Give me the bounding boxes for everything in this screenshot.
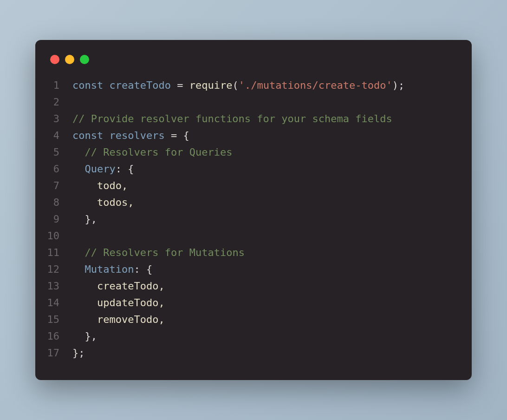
code-line[interactable]: 2 <box>46 94 461 111</box>
token-punct: ( <box>232 79 238 91</box>
token-func: require <box>189 79 233 91</box>
code-content[interactable]: const resolvers = { <box>72 127 461 144</box>
token-prop: Query <box>85 163 116 175</box>
code-line[interactable]: 7 todo, <box>46 177 461 194</box>
token-ident: todo, <box>72 180 128 191</box>
code-line[interactable]: 17}; <box>46 345 461 361</box>
code-line[interactable]: 3// Provide resolver functions for your … <box>46 111 461 127</box>
line-number: 2 <box>46 94 72 111</box>
line-number: 16 <box>46 328 72 345</box>
line-number: 12 <box>46 261 72 278</box>
token-punct: { <box>177 130 189 141</box>
token-op: = <box>171 130 177 141</box>
token-ident: todos, <box>72 197 134 208</box>
token-punct <box>72 263 85 275</box>
line-number: 3 <box>46 111 72 127</box>
code-content[interactable]: Query: { <box>72 161 461 177</box>
code-content[interactable]: }; <box>72 345 461 361</box>
code-content[interactable]: todos, <box>72 194 461 211</box>
token-prop: Mutation <box>85 263 134 275</box>
code-line[interactable]: 13 createTodo, <box>46 278 461 295</box>
code-content[interactable]: }, <box>72 211 461 228</box>
code-line[interactable]: 5 // Resolvers for Queries <box>46 144 461 161</box>
code-line[interactable]: 14 updateTodo, <box>46 295 461 311</box>
code-content[interactable]: Mutation: { <box>72 261 461 278</box>
code-content[interactable]: }, <box>72 328 461 345</box>
code-content[interactable]: const createTodo = require('./mutations/… <box>72 77 461 94</box>
line-number: 15 <box>46 311 72 328</box>
code-content[interactable]: // Resolvers for Queries <box>72 144 461 161</box>
line-number: 4 <box>46 127 72 144</box>
token-keyword: const <box>72 79 109 91</box>
token-punct <box>171 79 177 91</box>
token-string: './mutations/create-todo' <box>239 79 392 91</box>
code-line[interactable]: 4const resolvers = { <box>46 127 461 144</box>
line-number: 8 <box>46 194 72 211</box>
close-icon[interactable] <box>50 55 59 64</box>
code-line[interactable]: 8 todos, <box>46 194 461 211</box>
token-punct: }; <box>72 347 85 359</box>
code-line[interactable]: 1const createTodo = require('./mutations… <box>46 77 461 94</box>
code-content[interactable] <box>72 94 461 111</box>
code-line[interactable]: 10 <box>46 228 461 244</box>
token-comment: // Resolvers for Queries <box>85 146 233 158</box>
minimize-icon[interactable] <box>65 55 74 64</box>
code-content[interactable]: removeTodo, <box>72 311 461 328</box>
token-punct: : { <box>134 263 152 275</box>
token-punct <box>183 79 189 91</box>
token-comment: // Resolvers for Mutations <box>85 247 245 258</box>
code-content[interactable]: updateTodo, <box>72 295 461 311</box>
token-punct <box>72 163 85 175</box>
token-punct: }, <box>72 213 97 225</box>
token-keyword: const <box>72 130 109 141</box>
code-line[interactable]: 15 removeTodo, <box>46 311 461 328</box>
token-punct <box>165 130 171 141</box>
line-number: 9 <box>46 211 72 228</box>
code-content[interactable]: createTodo, <box>72 278 461 295</box>
code-content[interactable]: // Resolvers for Mutations <box>72 244 461 261</box>
line-number: 7 <box>46 177 72 194</box>
line-number: 14 <box>46 295 72 311</box>
window-titlebar <box>46 53 461 77</box>
line-number: 1 <box>46 77 72 94</box>
code-editor[interactable]: 1const createTodo = require('./mutations… <box>46 77 461 361</box>
line-number: 13 <box>46 278 72 295</box>
token-ident: createTodo, <box>72 280 165 292</box>
token-punct: ); <box>392 79 405 91</box>
line-number: 5 <box>46 144 72 161</box>
token-punct <box>72 146 85 158</box>
line-number: 6 <box>46 161 72 177</box>
code-content[interactable]: todo, <box>72 177 461 194</box>
zoom-icon[interactable] <box>80 55 89 64</box>
code-line[interactable]: 16 }, <box>46 328 461 345</box>
code-line[interactable]: 9 }, <box>46 211 461 228</box>
code-line[interactable]: 12 Mutation: { <box>46 261 461 278</box>
token-punct: : { <box>116 163 134 175</box>
code-content[interactable] <box>72 228 461 244</box>
line-number: 17 <box>46 345 72 361</box>
token-ident: removeTodo, <box>72 314 165 325</box>
line-number: 11 <box>46 244 72 261</box>
code-line[interactable]: 11 // Resolvers for Mutations <box>46 244 461 261</box>
token-punct <box>72 247 85 258</box>
line-number: 10 <box>46 228 72 244</box>
token-comment: // Provide resolver functions for your s… <box>72 113 392 125</box>
code-window: 1const createTodo = require('./mutations… <box>35 40 472 380</box>
code-line[interactable]: 6 Query: { <box>46 161 461 177</box>
code-content[interactable]: // Provide resolver functions for your s… <box>72 111 461 127</box>
token-op: = <box>177 79 183 91</box>
token-ident: updateTodo, <box>72 297 165 308</box>
token-def: createTodo <box>109 79 170 91</box>
token-punct: }, <box>72 330 97 342</box>
token-def: resolvers <box>109 130 164 141</box>
